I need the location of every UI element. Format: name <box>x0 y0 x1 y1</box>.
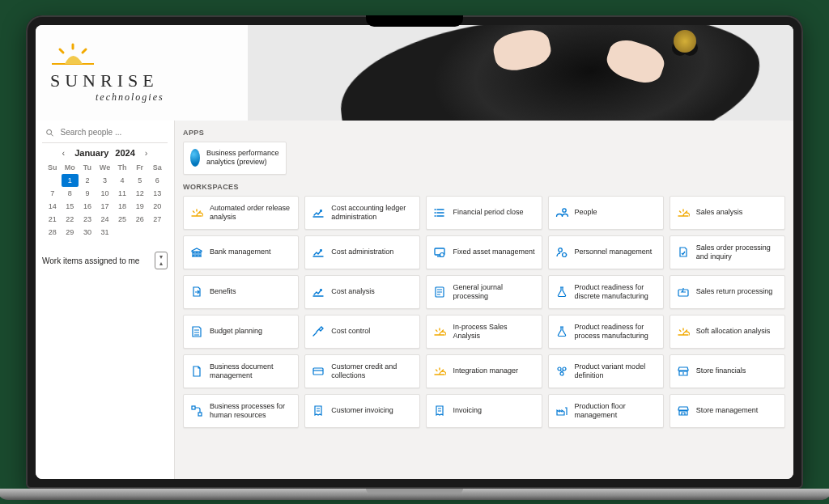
cal-day[interactable]: 5 <box>131 174 149 187</box>
cal-day <box>148 226 166 239</box>
workspace-label: Product variant model definition <box>575 362 657 380</box>
box-return-icon <box>677 286 690 299</box>
workspace-label: Product readiness for process manufactur… <box>575 323 657 341</box>
cal-day[interactable]: 29 <box>62 226 79 239</box>
store-icon <box>677 404 690 417</box>
workspace-label: Business processes for human resources <box>210 402 291 420</box>
cal-day[interactable]: 13 <box>148 187 166 200</box>
app-card[interactable]: Business performance analytics (preview) <box>183 142 287 175</box>
workspace-card[interactable]: Sales analysis <box>670 196 785 230</box>
workspace-label: Budget planning <box>210 327 262 336</box>
cal-day[interactable]: 25 <box>113 213 131 226</box>
cal-day[interactable]: 24 <box>96 213 114 226</box>
workspace-card[interactable]: Sales order processing and inquiry <box>670 235 785 269</box>
workspace-card[interactable]: Budget planning <box>183 315 299 349</box>
cal-day[interactable]: 12 <box>131 187 149 200</box>
cal-next[interactable]: › <box>142 148 151 158</box>
workspace-card[interactable]: Customer invoicing <box>304 394 420 428</box>
workspace-card[interactable]: Sales return processing <box>670 275 785 309</box>
workspace-card[interactable]: Cost administration <box>304 235 420 269</box>
cal-day[interactable]: 28 <box>44 226 62 239</box>
cal-day[interactable]: 9 <box>79 187 96 200</box>
cal-day[interactable]: 16 <box>79 200 96 213</box>
search-input[interactable] <box>59 127 164 138</box>
workspace-card[interactable]: Store management <box>670 394 785 428</box>
workspace-card[interactable]: Bank management <box>183 235 299 269</box>
cal-day[interactable]: 27 <box>148 213 166 226</box>
workspace-card[interactable]: Integration manager <box>426 354 542 388</box>
workspace-card[interactable]: Soft allocation analysis <box>670 315 785 349</box>
workspace-card[interactable]: Business document management <box>183 354 299 388</box>
workspace-card[interactable]: Cost control <box>304 315 420 349</box>
workspace-card[interactable]: Automated order release analysis <box>183 196 299 230</box>
cal-day[interactable]: 1 <box>62 174 79 187</box>
cal-day[interactable]: 20 <box>148 200 166 213</box>
banner-photo <box>334 25 767 121</box>
cal-day[interactable]: 19 <box>131 200 149 213</box>
cal-day[interactable]: 10 <box>96 187 114 200</box>
workspace-card[interactable]: People <box>548 196 664 230</box>
app-screen: SUNRISE technologies ‹ January 2024 › <box>36 25 793 479</box>
cal-day[interactable]: 22 <box>62 213 79 226</box>
workspace-card[interactable]: Cost analysis <box>304 275 420 309</box>
workspace-card[interactable]: Product variant model definition <box>548 354 664 388</box>
workspace-card[interactable]: Personnel management <box>548 235 664 269</box>
cal-day[interactable]: 15 <box>62 200 79 213</box>
cal-prev[interactable]: ‹ <box>58 148 68 158</box>
workspace-label: Cost administration <box>331 248 393 256</box>
cal-day[interactable]: 7 <box>44 187 62 200</box>
cal-day[interactable]: 8 <box>62 187 79 200</box>
cal-day[interactable]: 31 <box>96 226 114 239</box>
workspace-card[interactable]: Store financials <box>670 354 785 388</box>
sunrise-icon <box>677 325 690 338</box>
cal-day[interactable]: 14 <box>44 200 62 213</box>
workspace-card[interactable]: Customer credit and collections <box>304 354 420 388</box>
cal-day[interactable]: 17 <box>96 200 114 213</box>
cal-day[interactable]: 30 <box>79 226 96 239</box>
cal-day[interactable]: 23 <box>79 213 96 226</box>
laptop-frame: SUNRISE technologies ‹ January 2024 › <box>26 15 803 489</box>
doc-icon <box>190 365 203 378</box>
cal-day[interactable]: 2 <box>79 174 96 187</box>
workspace-card[interactable]: Benefits <box>183 275 299 309</box>
work-items-toggle-icon[interactable]: ▾▴ <box>155 252 168 269</box>
cal-day[interactable]: 4 <box>113 174 131 187</box>
chart-up-icon <box>312 286 325 299</box>
work-items-label: Work items assigned to me <box>42 256 139 265</box>
workspaces-heading: WORKSPACES <box>183 183 785 191</box>
workspace-card[interactable]: In-process Sales Analysis <box>426 315 542 349</box>
invoice-icon <box>433 404 446 417</box>
workspace-card[interactable]: Cost accounting ledger administration <box>304 196 420 230</box>
credit-icon <box>312 365 325 378</box>
cal-day[interactable]: 11 <box>113 187 131 200</box>
cal-day[interactable]: 26 <box>131 213 149 226</box>
work-items-header[interactable]: Work items assigned to me ▾▴ <box>42 248 168 273</box>
logo-sub: technologies <box>96 91 164 104</box>
workspace-card[interactable]: Fixed asset management <box>426 235 542 269</box>
logo-word: SUNRISE <box>50 70 164 91</box>
workspace-label: Customer credit and collections <box>331 362 413 380</box>
cal-day <box>131 226 149 239</box>
workspace-card[interactable]: Product readiness for process manufactur… <box>548 315 664 349</box>
workspace-card[interactable]: Financial period close <box>426 196 542 230</box>
workspace-card[interactable]: Invoicing <box>426 394 542 428</box>
sunrise-icon <box>190 206 203 219</box>
cal-day[interactable]: 6 <box>148 174 166 187</box>
workspace-label: Bank management <box>210 248 271 256</box>
cal-day[interactable]: 21 <box>44 213 62 226</box>
doc-check-icon <box>677 246 690 259</box>
sidebar: ‹ January 2024 › SuMoTuWeThFrSa123456789… <box>36 121 175 479</box>
app-label: Business performance analytics (preview) <box>206 149 279 167</box>
workspace-card[interactable]: Product readiness for discrete manufactu… <box>548 275 664 309</box>
workspace-label: Personnel management <box>575 248 653 256</box>
workspace-card[interactable]: Business processes for human resources <box>183 394 299 428</box>
workspace-label: Sales order processing and inquiry <box>696 244 778 261</box>
process-icon <box>190 404 203 417</box>
cal-day[interactable]: 18 <box>113 200 131 213</box>
workspace-card[interactable]: Production floor management <box>548 394 664 428</box>
cal-day[interactable]: 3 <box>96 174 114 187</box>
workspace-card[interactable]: General journal processing <box>426 275 542 309</box>
hammer-chart-icon <box>312 325 325 338</box>
search-box[interactable] <box>42 124 168 143</box>
chart-up-icon <box>312 246 325 259</box>
